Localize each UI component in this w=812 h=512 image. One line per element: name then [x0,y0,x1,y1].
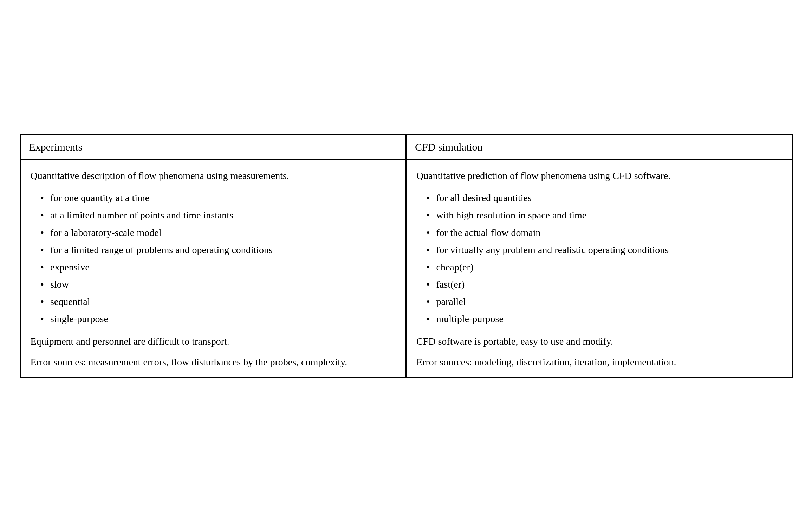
experiments-intro: Quantitative description of flow phenome… [31,169,396,183]
list-item: cheap(er) [416,260,782,274]
cfd-bullet-list: for all desired quantities with high res… [416,191,782,326]
list-item: for a limited range of problems and oper… [31,243,396,257]
list-item: for one quantity at a time [31,191,396,205]
list-item: for virtually any problem and realistic … [416,243,782,257]
header-cfd: CFD simulation [407,135,792,159]
list-item: expensive [31,260,396,274]
list-item: at a limited number of points and time i… [31,208,396,222]
list-item: slow [31,277,396,291]
list-item: for the actual flow domain [416,226,782,239]
column-cfd: Quantitative prediction of flow phenomen… [407,160,792,377]
cfd-footer2: Error sources: modeling, discretization,… [416,355,782,369]
table-body: Quantitative description of flow phenome… [21,160,792,377]
list-item: sequential [31,295,396,308]
column-experiments: Quantitative description of flow phenome… [21,160,407,377]
cfd-intro: Quantitative prediction of flow phenomen… [416,169,782,183]
list-item: parallel [416,295,782,308]
experiments-footer2: Error sources: measurement errors, flow … [31,355,396,369]
list-item: for a laboratory-scale model [31,226,396,239]
list-item: multiple-purpose [416,312,782,326]
comparison-table: Experiments CFD simulation Quantitative … [20,134,793,378]
cfd-footer1: CFD software is portable, easy to use an… [416,334,782,348]
list-item: with high resolution in space and time [416,208,782,222]
experiments-footer1: Equipment and personnel are difficult to… [31,334,396,348]
header-experiments: Experiments [21,135,407,159]
list-item: single-purpose [31,312,396,326]
experiments-bullet-list: for one quantity at a time at a limited … [31,191,396,326]
list-item: for all desired quantities [416,191,782,205]
list-item: fast(er) [416,277,782,291]
table-header-row: Experiments CFD simulation [21,135,792,160]
